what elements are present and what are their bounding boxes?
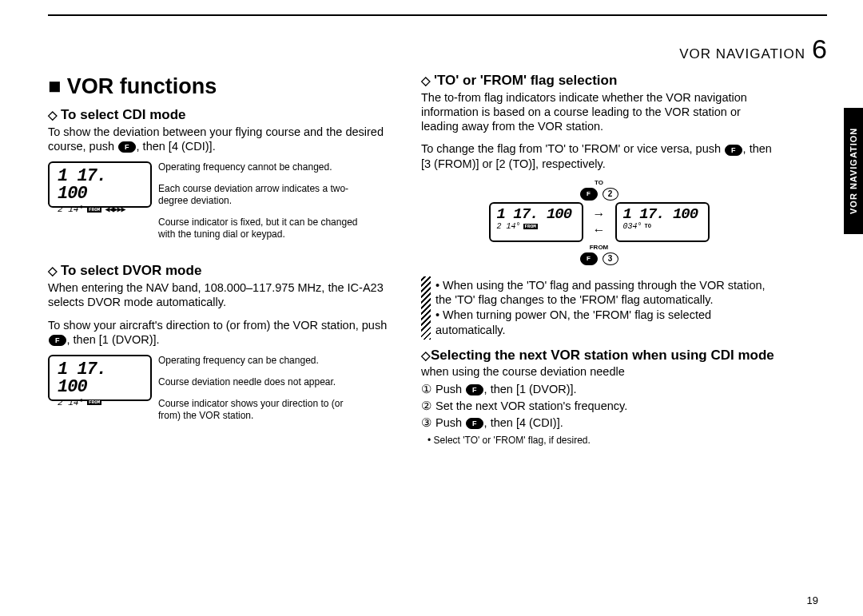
from-label: FROM <box>590 244 609 251</box>
cdi-callouts: Operating frequency cannot be changed. E… <box>158 161 366 250</box>
tofrom-note-1: • When using the 'TO' flag and passing t… <box>435 278 777 308</box>
diamond-icon: ◇ <box>48 108 58 122</box>
dvor-callouts: Operating frequency can be changed. Cour… <box>158 355 366 431</box>
key-3-pill: 3 <box>603 252 618 265</box>
lcd-right-badge: TO <box>645 223 651 229</box>
tofrom-diagram: TO F 2 1 17. 100 2 14° FROM → <box>421 179 777 265</box>
cdi-deviation-arrows: ◀◀▶▶▶ <box>105 205 125 214</box>
diamond-icon: ◇ <box>48 264 58 278</box>
f-key-icon: F <box>466 418 483 429</box>
nextvor-steps: Push F, then [1 (DVOR)]. Set the next VO… <box>421 381 777 431</box>
diamond-icon: ◇ <box>421 74 431 88</box>
cdi-course: 2 14° <box>58 205 84 214</box>
tofrom-paragraph-2: To change the flag from 'TO' to 'FROM' o… <box>421 141 777 170</box>
left-column: ■ VOR functions ◇ To select CDI mode To … <box>48 70 404 446</box>
cdi-callout-1: Operating frequency cannot be changed. <box>158 161 366 173</box>
cdi-heading: ◇ To select CDI mode <box>48 107 404 123</box>
hatch-pattern-icon <box>421 276 431 340</box>
tofrom-note-box: • When using the 'TO' flag and passing t… <box>421 276 777 340</box>
dvor-callout-2: Course deviation needle does not appear. <box>158 376 366 388</box>
lcd-left-badge: FROM <box>523 224 538 229</box>
cdi-lcd-diagram: 1 17. 100 2 14° FROM ◀◀▶▶▶ Operating fre… <box>48 161 404 250</box>
to-label: TO <box>595 179 603 186</box>
cdi-callout-2: Each course deviation arrow indicates a … <box>158 183 366 207</box>
f-key-icon: F <box>466 384 483 395</box>
arrow-left-icon: ← <box>593 223 606 237</box>
dvor-paragraph-2: To show your aircraft's direction to (or… <box>48 318 404 347</box>
lcd-right-freq: 1 17. 100 <box>623 207 702 222</box>
nextvor-step-2: Set the next VOR station's frequency. <box>421 398 777 415</box>
f-key-pill: F <box>580 188 598 201</box>
dvor-lcd-diagram: 1 17. 100 2 14° FROM Operating frequency… <box>48 355 404 431</box>
tofrom-paragraph-1: The to-from flag indicators indicate whe… <box>421 90 777 133</box>
f-key-icon: F <box>49 335 66 346</box>
key-2-pill: 2 <box>603 188 618 201</box>
f-key-icon: F <box>118 141 136 153</box>
arrow-right-icon: → <box>593 207 606 221</box>
f-key-pill: F <box>580 252 598 265</box>
section-title: ■ VOR functions <box>48 74 404 99</box>
lcd-left-freq: 1 17. 100 <box>497 207 575 222</box>
nextvor-heading-sub: when using the course deviation needle <box>421 365 625 378</box>
dvor-lcd-display: 1 17. 100 2 14° FROM <box>48 355 152 401</box>
dvor-from-badge: FROM <box>87 399 101 405</box>
nextvor-bullet: • Select 'TO' or 'FROM' flag, if desired… <box>428 435 777 446</box>
page-header: VOR NAVIGATION 6 <box>48 34 827 65</box>
chapter-number: 6 <box>812 34 827 65</box>
lcd-left-course: 2 14° <box>497 222 521 231</box>
dvor-course: 2 14° <box>58 398 84 407</box>
nextvor-heading: ◇Selecting the next VOR station when usi… <box>421 348 777 380</box>
side-tab: VOR NAVIGATION <box>844 108 863 234</box>
f-key-icon: F <box>725 145 742 156</box>
dvor-paragraph-1: When entering the NAV band, 108.000–117.… <box>48 280 404 309</box>
right-column: ◇ 'TO' or 'FROM' flag selection The to-f… <box>421 70 777 446</box>
cdi-from-badge: FROM <box>87 207 101 213</box>
tofrom-lcd-right: 1 17. 100 034° TO <box>615 202 710 242</box>
diamond-icon: ◇ <box>421 348 431 362</box>
cdi-callout-3: Course indicator is fixed, but it can be… <box>158 217 366 240</box>
dvor-callout-3: Course indicator shows your direction to… <box>158 398 366 422</box>
cdi-frequency: 1 17. 100 <box>58 168 142 203</box>
lcd-right-course: 034° <box>623 222 642 231</box>
dvor-heading: ◇ To select DVOR mode <box>48 263 404 279</box>
cdi-lcd-display: 1 17. 100 2 14° FROM ◀◀▶▶▶ <box>48 161 152 208</box>
dvor-frequency: 1 17. 100 <box>58 361 142 396</box>
tofrom-heading: ◇ 'TO' or 'FROM' flag selection <box>421 73 777 89</box>
page-number: 19 <box>807 594 818 606</box>
tofrom-note-2: • When turning power ON, the 'FROM' flag… <box>435 308 777 338</box>
tofrom-lcd-left: 1 17. 100 2 14° FROM <box>489 202 583 242</box>
cdi-paragraph: To show the deviation between your flyin… <box>48 125 404 153</box>
nextvor-step-3: Push F, then [4 (CDI)]. <box>421 415 777 431</box>
nextvor-step-1: Push F, then [1 (DVOR)]. <box>421 381 777 398</box>
header-section-title: VOR NAVIGATION <box>679 46 805 62</box>
dvor-callout-1: Operating frequency can be changed. <box>158 355 366 367</box>
